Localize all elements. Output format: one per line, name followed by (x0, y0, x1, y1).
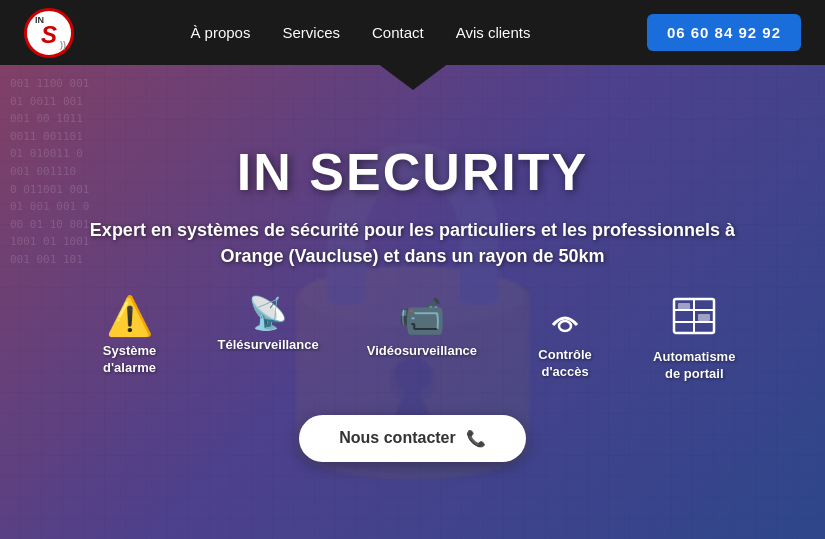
services-row: ⚠️ Systèmed'alarme 📡 Télésurveillance 📹 … (20, 297, 805, 383)
automatisme-icon (672, 297, 716, 341)
telesurveillance-label: Télésurveillance (218, 337, 319, 354)
service-automatisme: Automatismede portail (653, 297, 735, 383)
controle-icon (545, 297, 585, 339)
automatisme-label: Automatismede portail (653, 349, 735, 383)
cta-label: Nous contacter (339, 429, 455, 447)
nav-link-services[interactable]: Services (282, 24, 340, 41)
nav-link-contact[interactable]: Contact (372, 24, 424, 41)
logo[interactable]: IN S )) (24, 8, 74, 58)
phone-icon: 📞 (466, 429, 486, 448)
hero-content: IN SECURITY Expert en systèmes de sécuri… (0, 142, 825, 461)
svg-rect-6 (698, 314, 710, 321)
alarme-label: Systèmed'alarme (103, 343, 156, 377)
nav-link-avis[interactable]: Avis clients (456, 24, 531, 41)
service-telesurveillance: 📡 Télésurveillance (218, 297, 319, 383)
logo-circle: IN S )) (24, 8, 74, 58)
alarme-icon: ⚠️ (106, 297, 153, 335)
videosurveillance-icon: 📹 (398, 297, 445, 335)
nav-links: À propos Services Contact Avis clients (190, 24, 530, 41)
videosurveillance-label: Vidéosurveillance (367, 343, 477, 360)
service-alarme: ⚠️ Systèmed'alarme (90, 297, 170, 383)
service-controle-acces: Contrôled'accès (525, 297, 605, 383)
hero-subtitle: Expert en systèmes de sécurité pour les … (73, 218, 753, 268)
navbar: IN S )) À propos Services Contact Avis c… (0, 0, 825, 65)
phone-button[interactable]: 06 60 84 92 92 (647, 14, 801, 51)
svg-rect-5 (678, 303, 690, 310)
service-videosurveillance: 📹 Vidéosurveillance (367, 297, 477, 383)
controle-label: Contrôled'accès (538, 347, 591, 381)
contact-button[interactable]: Nous contacter 📞 (299, 415, 525, 462)
hero-title: IN SECURITY (20, 142, 805, 202)
nav-link-apropos[interactable]: À propos (190, 24, 250, 41)
telesurveillance-icon: 📡 (248, 297, 288, 329)
svg-point-0 (559, 321, 571, 331)
